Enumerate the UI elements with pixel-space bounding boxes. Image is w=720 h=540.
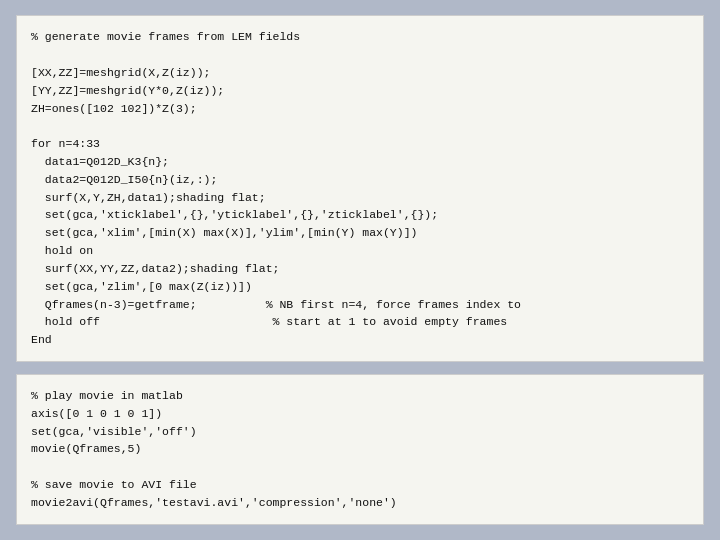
- code-block-2: % play movie in matlab axis([0 1 0 1 0 1…: [16, 374, 704, 525]
- code-block-1: % generate movie frames from LEM fields …: [16, 15, 704, 362]
